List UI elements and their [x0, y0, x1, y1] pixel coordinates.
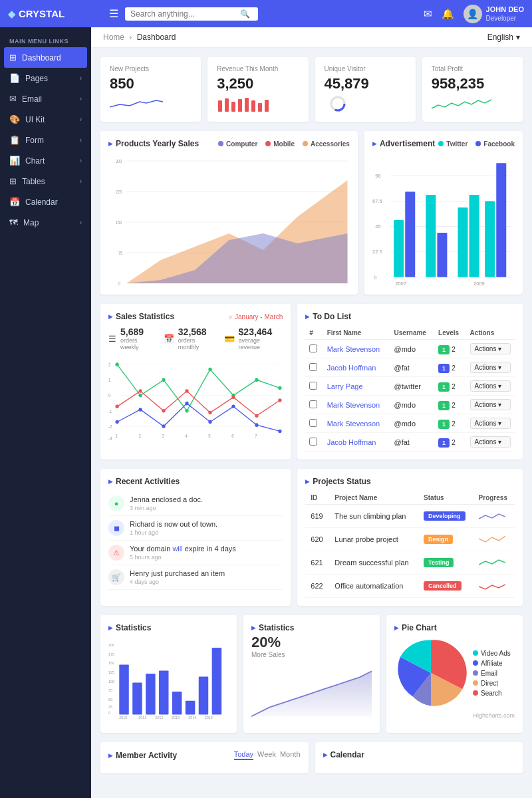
- svg-rect-39: [394, 220, 404, 277]
- user-link-4[interactable]: Mark Stevenson: [327, 420, 380, 428]
- sidebar: Main Menu Links ⊞ Dashboard 📄 Pages › ✉ …: [0, 27, 91, 798]
- svg-rect-3: [238, 99, 242, 112]
- svg-point-80: [208, 420, 211, 424]
- activities-arrow-icon: ▸: [108, 477, 112, 486]
- lang-label: English: [487, 33, 513, 42]
- svg-rect-44: [469, 195, 479, 277]
- actions-btn-2[interactable]: Actions ▾: [470, 380, 511, 392]
- badge-level2-0: 2: [452, 346, 456, 353]
- language-select[interactable]: English ▾: [487, 33, 520, 42]
- sidebar-item-chart[interactable]: 📊 Chart ›: [0, 150, 91, 171]
- search-input[interactable]: [130, 9, 237, 19]
- svg-point-79: [185, 402, 188, 406]
- activity-time-3: 4 days ago: [130, 579, 225, 585]
- sidebar-item-email[interactable]: ✉ Email ›: [0, 88, 91, 109]
- svg-text:0: 0: [374, 275, 376, 281]
- svg-text:2009: 2009: [473, 281, 485, 287]
- pie-chart-label: Pie Chart: [402, 623, 437, 632]
- charts-row: ▸ Products Yearly Sales Computer Mobile: [100, 131, 523, 295]
- projects-title: ▸ Projects Status: [305, 477, 515, 486]
- breadcrumb-home[interactable]: Home: [103, 33, 124, 42]
- stats-line-svg: [251, 662, 372, 722]
- user-link-3[interactable]: Mark Stevenson: [327, 401, 380, 409]
- tab-week[interactable]: Week: [257, 750, 276, 760]
- stat-value-revenue: 3,250: [217, 75, 299, 92]
- chevron-right-icon-email: ›: [80, 95, 82, 102]
- row-checkbox-2[interactable]: [309, 382, 317, 390]
- proj-name-3: Office automatization: [329, 575, 418, 598]
- legend-label-mobile: Mobile: [273, 140, 295, 148]
- chevron-right-icon-uikit: ›: [80, 116, 82, 123]
- username-5: @fat: [390, 433, 435, 452]
- project-row-0: 619 The sun climbing plan Developing: [305, 505, 515, 528]
- svg-point-76: [115, 420, 118, 424]
- tab-today[interactable]: Today: [234, 750, 253, 760]
- svg-text:1: 1: [115, 434, 118, 438]
- user-menu[interactable]: 👤 JOHN DEO Developer: [464, 5, 524, 23]
- sidebar-item-uikit[interactable]: 🎨 UI Kit ›: [0, 109, 91, 130]
- date-filter[interactable]: ○ January - March: [228, 313, 283, 321]
- sidebar-item-calendar[interactable]: 📅 Calendar: [0, 192, 91, 212]
- sidebar-label-form: Form: [25, 136, 44, 145]
- orders-weekly-label: orders weekly: [120, 337, 157, 350]
- bell-icon[interactable]: 🔔: [442, 8, 454, 20]
- projects-title-label: Projects Status: [313, 477, 370, 486]
- pie-dot-email: [473, 670, 478, 676]
- sidebar-item-form[interactable]: 📋 Form ›: [0, 130, 91, 150]
- sidebar-item-tables[interactable]: ⊞ Tables ›: [0, 171, 91, 192]
- todo-table: # First Name Username Levels Actions Mar…: [305, 327, 515, 452]
- pie-svg: [394, 636, 467, 710]
- svg-text:2014: 2014: [188, 716, 196, 720]
- svg-rect-1: [225, 98, 229, 112]
- row-checkbox-5[interactable]: [309, 438, 317, 446]
- svg-text:2: 2: [108, 362, 111, 367]
- actions-btn-4[interactable]: Actions ▾: [470, 418, 511, 429]
- svg-text:150: 150: [108, 661, 114, 665]
- search-box[interactable]: 🔍: [125, 7, 258, 21]
- svg-rect-4: [245, 98, 249, 112]
- svg-text:22.5: 22.5: [372, 250, 382, 255]
- sales-stats-row: ☰ 5,689 orders weekly 📅 32,568 orders mo…: [108, 327, 283, 350]
- pie-dot-direct: [473, 680, 478, 686]
- user-link-2[interactable]: Larry Page: [327, 382, 363, 390]
- svg-text:225: 225: [116, 189, 122, 194]
- user-link-1[interactable]: Jacob Hoffman: [327, 364, 376, 372]
- calendar-card: ▸ Calendar: [315, 742, 523, 773]
- bar-chart: 0 22.5 45 67.5 90: [372, 154, 515, 287]
- actions-btn-1[interactable]: Actions ▾: [470, 362, 511, 373]
- mail-icon[interactable]: ✉: [424, 8, 432, 20]
- actions-btn-3[interactable]: Actions ▾: [470, 399, 511, 410]
- row-checkbox-1[interactable]: [309, 363, 317, 371]
- actions-btn-0[interactable]: Actions ▾: [470, 343, 511, 354]
- sidebar-item-pages[interactable]: 📄 Pages ›: [0, 68, 91, 88]
- stats-line-arrow: ▸: [251, 623, 255, 632]
- stats-bar-chart-card: ▸ Statistics 200 175 150 125 100 75 50 2…: [100, 615, 237, 733]
- chevron-right-icon-map: ›: [80, 219, 82, 226]
- legend-dot-twitter: [438, 141, 444, 146]
- sidebar-item-dashboard[interactable]: ⊞ Dashboard: [4, 47, 87, 68]
- row-checkbox-3[interactable]: [309, 400, 317, 408]
- content-area: Home › Dashboard English ▾ New Projects …: [91, 27, 532, 798]
- pie-legend-email: Email: [473, 670, 511, 677]
- svg-text:67.5: 67.5: [372, 200, 382, 205]
- last-row: ▸ Member Activity Today Week Month ▸ Cal…: [100, 742, 523, 773]
- sidebar-item-map[interactable]: 🗺 Map ›: [0, 212, 91, 233]
- row-checkbox-0[interactable]: [309, 344, 317, 352]
- chevron-right-icon: ›: [80, 74, 82, 82]
- proj-status-2: Testing: [424, 558, 454, 567]
- actions-btn-5[interactable]: Actions ▾: [470, 436, 511, 448]
- svg-rect-2: [231, 102, 235, 112]
- user-link-5[interactable]: Jacob Hoffman: [327, 438, 376, 446]
- proj-id-0: 619: [305, 505, 329, 528]
- svg-text:2007: 2007: [395, 281, 406, 287]
- sidebar-label-uikit: UI Kit: [25, 115, 45, 124]
- row-checkbox-4[interactable]: [309, 419, 317, 427]
- tab-month[interactable]: Month: [280, 750, 301, 760]
- sidebar-label-tables: Tables: [22, 177, 45, 186]
- pie-arrow-icon: ▸: [394, 623, 398, 632]
- svg-rect-100: [119, 664, 128, 714]
- user-link-0[interactable]: Mark Stevenson: [327, 345, 380, 353]
- middle-row: ▸ Sales Statistics ○ January - March ☰: [100, 304, 523, 460]
- legend-dot-facebook: [475, 141, 481, 146]
- hamburger-icon[interactable]: ☰: [109, 7, 118, 20]
